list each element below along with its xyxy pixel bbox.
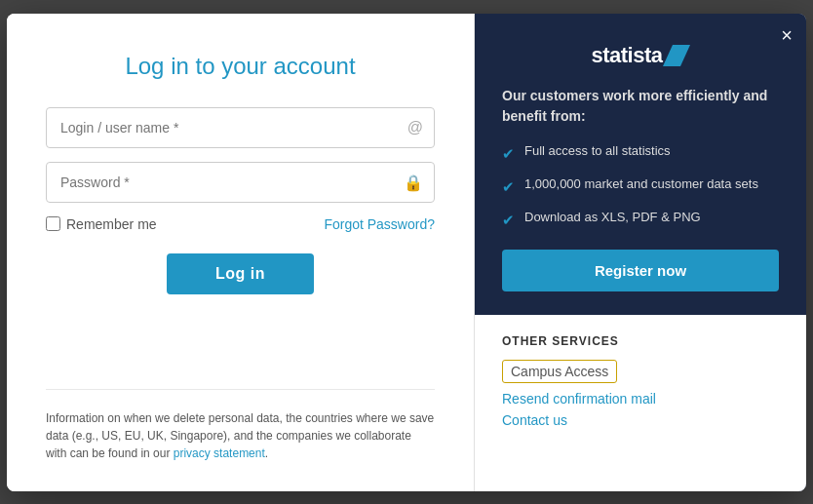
promo-text: Our customers work more efficiently and … [502,86,779,127]
register-button[interactable]: Register now [502,250,779,291]
remember-me-checkbox[interactable] [46,216,60,231]
remember-me-text: Remember me [66,216,157,232]
modal: Log in to your account @ 🔒 Remember me F… [7,14,806,491]
check-icon-3: ✔ [502,210,515,230]
username-input[interactable] [46,107,435,148]
username-input-group: @ [46,107,435,148]
email-icon: @ [407,119,423,136]
right-bottom: OTHER SERVICES Campus Access Resend conf… [475,315,806,491]
feature-text-3: Download as XLS, PDF & PNG [524,209,701,226]
remember-me-label[interactable]: Remember me [46,216,157,232]
feature-item-2: ✔ 1,000,000 market and customer data set… [502,175,779,197]
login-button[interactable]: Log in [167,253,314,294]
privacy-notice: Information on when we delete personal d… [46,389,435,462]
privacy-statement-link[interactable]: privacy statement [174,446,265,460]
remember-forgot-row: Remember me Forgot Password? [46,216,435,232]
right-panel: × statista Our customers work more effic… [475,14,806,491]
forgot-password-link[interactable]: Forgot Password? [324,216,435,232]
left-panel: Log in to your account @ 🔒 Remember me F… [7,14,475,491]
logo-text: statista [591,43,662,68]
statista-logo: statista [502,43,779,68]
feature-item-3: ✔ Download as XLS, PDF & PNG [502,209,779,230]
logo-icon [663,45,690,66]
other-services-title: OTHER SERVICES [502,334,779,348]
feature-item-1: ✔ Full access to all statistics [502,142,779,164]
lock-icon: 🔒 [404,173,423,191]
feature-list: ✔ Full access to all statistics ✔ 1,000,… [502,142,779,230]
check-icon-1: ✔ [502,143,515,164]
close-button[interactable]: × [781,25,793,45]
feature-text-1: Full access to all statistics [524,142,671,160]
check-icon-2: ✔ [502,176,515,197]
modal-title: Log in to your account [46,53,435,80]
password-input[interactable] [46,162,435,203]
contact-us-link[interactable]: Contact us [502,412,779,428]
modal-overlay: Log in to your account @ 🔒 Remember me F… [0,0,813,504]
privacy-text-2: . [265,446,268,460]
campus-access-link[interactable]: Campus Access [502,360,617,383]
resend-confirmation-link[interactable]: Resend confirmation mail [502,391,779,407]
svg-marker-0 [663,45,690,66]
right-top: statista Our customers work more efficie… [475,14,806,315]
password-input-group: 🔒 [46,162,435,203]
feature-text-2: 1,000,000 market and customer data sets [524,175,758,193]
